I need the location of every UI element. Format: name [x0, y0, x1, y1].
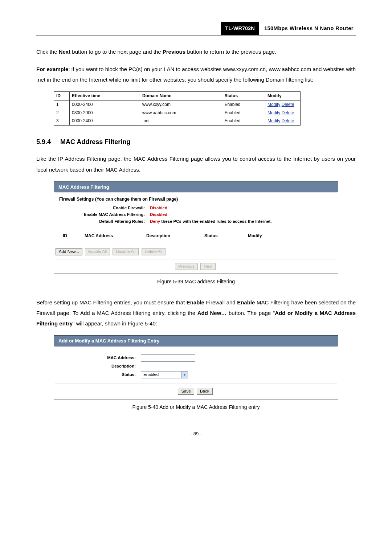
- col-status: Status: [222, 92, 265, 100]
- cell-time: 0000-2400: [70, 117, 140, 125]
- deny-text: Deny: [150, 219, 161, 223]
- mac-table-header: ID MAC Address Description Status Modify: [59, 233, 333, 242]
- enable-keyword: Enable: [237, 299, 255, 305]
- previous-button[interactable]: Previous: [175, 263, 198, 270]
- text: button to return to the previous page.: [185, 49, 276, 55]
- table-row: 2 0800-2000 www.aabbcc.com Enabled Modif…: [54, 109, 301, 117]
- description-label: Description:: [59, 364, 141, 369]
- modify-link[interactable]: Modify: [268, 118, 280, 123]
- example-label: For example: [36, 66, 68, 72]
- delete-link[interactable]: Delete: [282, 110, 294, 115]
- add-new-keyword: Add New…: [197, 310, 227, 316]
- col-id: ID: [54, 92, 70, 100]
- text: Before setting up MAC Filtering entries,…: [36, 299, 187, 305]
- delete-link[interactable]: Delete: [282, 102, 294, 107]
- text: button. The page ": [226, 310, 275, 316]
- firewall-settings-heading: Firewall Settings (You can change them o…: [59, 196, 333, 202]
- domain-filtering-table: ID Effective time Domain Name Status Mod…: [54, 91, 301, 126]
- modify-link[interactable]: Modify: [268, 110, 280, 115]
- cell-status: Enabled: [222, 100, 265, 108]
- cell-time: 0800-2000: [70, 109, 140, 117]
- panel-title: Add or Modify a MAC Address Filtering En…: [54, 336, 338, 346]
- add-new-button[interactable]: Add New...: [56, 248, 82, 255]
- section-title: MAC Address Filtering: [60, 138, 130, 145]
- description-row: Description:: [59, 363, 333, 370]
- mac-intro-paragraph: Like the IP Address Filtering page, the …: [36, 153, 356, 175]
- page-header: TL-WR702N 150Mbps Wireless N Nano Router: [36, 22, 356, 36]
- panel-action-buttons: Add New... Enable All Disable All Delete…: [54, 247, 338, 259]
- default-filtering-rules-value: Deny these PCs with the enabled rules to…: [150, 219, 272, 225]
- next-button[interactable]: Next: [200, 263, 216, 270]
- disable-all-button[interactable]: Disable All: [113, 248, 139, 255]
- col-id: ID: [63, 233, 85, 239]
- cell-status: Enabled: [222, 109, 265, 117]
- default-filtering-rules-row: Default Filtering Rules: Deny these PCs …: [59, 219, 333, 225]
- enable-keyword: Enable: [187, 299, 204, 305]
- col-domain-name: Domain Name: [140, 92, 222, 100]
- status-label: Status:: [59, 372, 141, 378]
- cell-domain: www.aabbcc.com: [140, 109, 222, 117]
- previous-keyword: Previous: [163, 49, 185, 55]
- section-heading: 5.9.4MAC Address Filtering: [36, 136, 356, 148]
- cell-modify: Modify Delete: [265, 100, 300, 108]
- panel-pagination: Previous Next: [55, 259, 337, 274]
- enable-mac-filtering-label: Enable MAC Address Filtering:: [59, 212, 150, 218]
- back-button[interactable]: Back: [197, 388, 213, 395]
- text: : if you want to block the PC(s) on your…: [36, 66, 356, 83]
- modify-link[interactable]: Modify: [268, 102, 280, 107]
- cell-domain: www.xxyy.com: [140, 100, 222, 108]
- next-keyword: Next: [59, 49, 71, 55]
- table-row: 1 0000-2400 www.xxyy.com Enabled Modify …: [54, 100, 301, 108]
- before-setup-paragraph: Before setting up MAC Filtering entries,…: [36, 297, 356, 329]
- text: button to go to the next page and the: [70, 49, 163, 55]
- col-mac: MAC Address: [85, 233, 146, 239]
- status-row: Status: Enabled ▼: [59, 371, 333, 378]
- enable-mac-filtering-value: Disabled: [150, 212, 167, 218]
- enable-all-button[interactable]: Enable All: [85, 248, 110, 255]
- section-number: 5.9.4: [36, 136, 60, 148]
- save-button[interactable]: Save: [178, 388, 194, 395]
- status-select-value: Enabled: [141, 372, 181, 378]
- enable-firewall-value: Disabled: [150, 205, 167, 211]
- col-modify: Modify: [248, 233, 329, 239]
- add-modify-mac-panel: Add or Modify a MAC Address Filtering En…: [54, 335, 338, 399]
- page-number: - 89 -: [36, 429, 356, 438]
- col-effective-time: Effective time: [70, 92, 140, 100]
- cell-time: 0000-2400: [70, 100, 140, 108]
- cell-modify: Modify Delete: [265, 109, 300, 117]
- enable-firewall-label: Enable Firewall:: [59, 205, 150, 211]
- cell-id: 2: [54, 109, 70, 117]
- model-badge: TL-WR702N: [221, 22, 259, 35]
- model-description: 150Mbps Wireless N Nano Router: [261, 22, 356, 35]
- col-modify: Modify: [265, 92, 300, 100]
- text: " will appear, shown in Figure 5-40:: [73, 320, 157, 327]
- intro-paragraph-1: Click the Next button to go to the next …: [36, 46, 356, 57]
- rules-rest-text: these PCs with the enabled rules to acce…: [161, 219, 271, 223]
- description-input[interactable]: [141, 363, 215, 370]
- delete-link[interactable]: Delete: [282, 118, 294, 123]
- enable-mac-filtering-row: Enable MAC Address Filtering: Disabled: [59, 212, 333, 218]
- mac-address-label: MAC Address:: [59, 355, 141, 361]
- table-row: 3 0000-2400 .net Enabled Modify Delete: [54, 117, 301, 125]
- mac-address-row: MAC Address:: [59, 354, 333, 362]
- cell-domain: .net: [140, 117, 222, 125]
- panel-title: MAC Address Filtering: [54, 182, 338, 193]
- cell-id: 1: [54, 100, 70, 108]
- default-filtering-rules-label: Default Filtering Rules:: [59, 219, 150, 225]
- chevron-down-icon: ▼: [181, 372, 188, 378]
- figure-caption-39: Figure 5-39 MAC address Filtering: [36, 277, 356, 287]
- figure-caption-40: Figure 5-40 Add or Modify a MAC Address …: [36, 402, 356, 412]
- cell-status: Enabled: [222, 117, 265, 125]
- col-status: Status: [204, 233, 248, 239]
- table-header-row: ID Effective time Domain Name Status Mod…: [54, 92, 301, 100]
- status-select[interactable]: Enabled ▼: [141, 371, 188, 378]
- text: Firewall and: [204, 299, 237, 305]
- delete-all-button[interactable]: Delete All: [142, 248, 166, 255]
- enable-firewall-row: Enable Firewall: Disabled: [59, 205, 333, 211]
- example-paragraph: For example: if you want to block the PC…: [36, 64, 356, 85]
- col-description: Description: [146, 233, 204, 239]
- cell-modify: Modify Delete: [265, 117, 300, 125]
- mac-filtering-panel: MAC Address Filtering Firewall Settings …: [54, 181, 338, 274]
- add-panel-footer: Save Back: [55, 383, 337, 399]
- mac-address-input[interactable]: [141, 354, 195, 362]
